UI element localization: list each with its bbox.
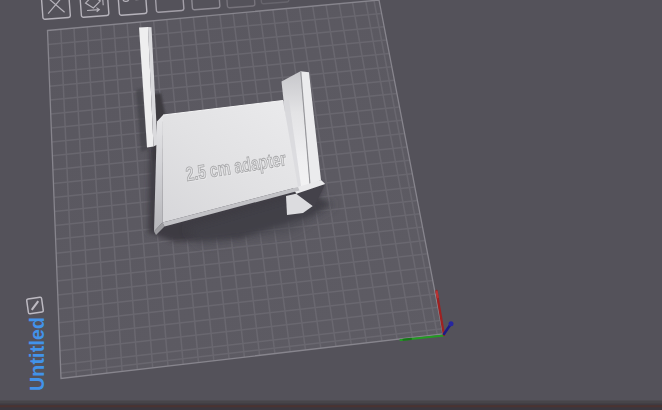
- svg-text:Untitled: Untitled: [26, 317, 48, 391]
